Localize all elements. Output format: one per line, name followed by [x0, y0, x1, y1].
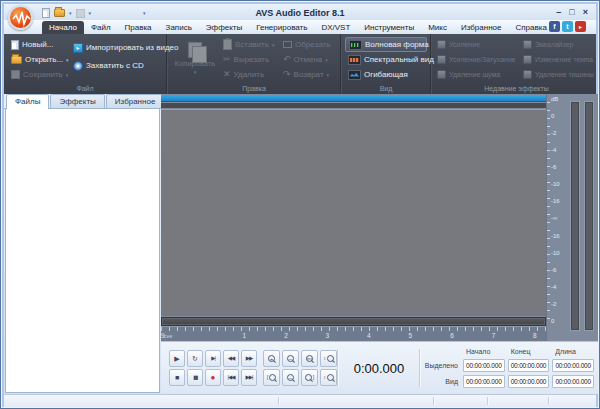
spectrum-icon	[348, 55, 361, 65]
view-length-field[interactable]: 00:00:00.000	[552, 375, 594, 388]
youtube-icon[interactable]: ►	[575, 21, 586, 32]
undo-icon: ↶	[283, 55, 291, 64]
row-view-label: Вид	[424, 378, 460, 385]
vertical-zoom-in-button[interactable]: ↕	[320, 350, 337, 367]
delete-icon: ✕	[223, 70, 231, 79]
loop-button[interactable]: ↻	[187, 350, 203, 367]
open-dropdown-icon[interactable]: ▾	[66, 57, 69, 63]
rewind-button[interactable]: ◀◀	[223, 350, 239, 367]
transport-panel: ▶ ↻ ▶| ◀◀ ▶▶ ■ ▮▮ ● |◀◀ ▶▶| + − ms ↕ [ −…	[161, 341, 598, 394]
zoom-full-button[interactable]: −	[282, 369, 299, 386]
menu-bar: Начало Файл Правка Запись Эффекты Генери…	[4, 20, 596, 34]
effect-silence-removal-button: Удаление тишины	[520, 67, 597, 82]
fast-forward-button[interactable]: ▶▶	[241, 350, 257, 367]
tab-spravka[interactable]: Справка	[508, 21, 553, 34]
ruler-tick: 7	[492, 332, 496, 339]
twitter-icon[interactable]: t	[562, 21, 573, 32]
ribbon-group-file: Новый... Открыть... ▾ Сохранить ▾ ▸ Импо…	[4, 34, 166, 94]
effect-tempo-button: Изменение темпа	[520, 52, 597, 67]
capture-from-cd-button[interactable]: Захватить с CD	[70, 58, 181, 73]
facebook-icon[interactable]: f	[549, 21, 560, 32]
close-button[interactable]: ×	[583, 7, 588, 17]
selected-length-field[interactable]: 00:00:00.000	[552, 359, 594, 372]
waveform-canvas[interactable]	[161, 109, 546, 316]
level-meter-right	[585, 102, 593, 330]
delete-button: ✕ Удалить	[220, 67, 277, 82]
status-bar	[4, 394, 596, 407]
new-file-icon	[11, 40, 19, 50]
waveform-column: сек 1 2 3 4 5 6 7 8 9	[161, 94, 546, 341]
left-panel-tabs: Файлы Эффекты Избранное	[4, 94, 161, 109]
undo-dropdown-icon: ▾	[325, 57, 328, 63]
tab-favorites[interactable]: Избранное	[106, 94, 165, 108]
tab-generirovat[interactable]: Генерировать	[249, 21, 314, 34]
files-list-panel[interactable]	[5, 109, 160, 393]
zoom-selection-end-button[interactable]: ]	[301, 369, 318, 386]
zoom-to-ms-button[interactable]: ms	[301, 350, 318, 367]
minimize-button[interactable]: –	[556, 7, 561, 17]
db-label: -4	[551, 147, 566, 153]
ruler-tick: 2	[284, 332, 288, 339]
ruler-tick: 8	[533, 332, 537, 339]
import-from-video-button[interactable]: ▸ Импортировать из видео	[70, 40, 181, 55]
app-logo-icon[interactable]	[8, 5, 33, 30]
go-to-end-button[interactable]: ▶▶|	[241, 369, 257, 386]
play-to-end-button[interactable]: ▶|	[205, 350, 221, 367]
tab-miks[interactable]: Микс	[421, 21, 454, 34]
stop-button[interactable]: ■	[169, 369, 185, 386]
record-button[interactable]: ●	[205, 369, 221, 386]
open-button[interactable]: Открыть... ▾	[8, 52, 72, 67]
ruler-unit-label: сек	[164, 333, 172, 339]
save-button: Сохранить ▾	[8, 67, 72, 82]
maximize-button[interactable]: □	[569, 7, 574, 17]
tab-nachalo[interactable]: Начало	[42, 21, 84, 34]
zoom-in-button[interactable]: +	[263, 350, 280, 367]
effect-equalizer-button: Эквалайзер	[520, 37, 597, 52]
time-ruler[interactable]: сек 1 2 3 4 5 6 7 8 9	[161, 326, 546, 341]
selected-start-field[interactable]: 00:00:00.000	[463, 359, 505, 372]
vertical-zoom-out-button[interactable]: ↕	[320, 369, 337, 386]
save-icon	[11, 70, 20, 79]
db-label: -10	[551, 181, 566, 187]
paste-dropdown-icon: ▾	[272, 42, 275, 48]
tab-effekty[interactable]: Эффекты	[199, 21, 249, 34]
import-video-icon: ▸	[73, 43, 83, 53]
envelope-view-button[interactable]: Огибающая	[345, 67, 427, 82]
open-folder-icon	[11, 56, 22, 64]
selected-end-field[interactable]: 00:00:00.000	[508, 359, 550, 372]
track-header-bar[interactable]	[161, 95, 546, 102]
marker-bar[interactable]	[161, 103, 546, 108]
copy-button: Копировать ▾	[174, 37, 216, 79]
zoom-out-button[interactable]: −	[282, 350, 299, 367]
tab-instrumenty[interactable]: Инструменты	[357, 21, 421, 34]
db-label: -16	[551, 233, 566, 239]
tab-pravka[interactable]: Правка	[118, 21, 159, 34]
db-tick-marks	[547, 102, 550, 323]
ruler-tick: 6	[450, 332, 454, 339]
equalizer-icon	[523, 40, 532, 49]
tab-files[interactable]: Файлы	[6, 94, 49, 109]
social-links: f t ►	[549, 21, 586, 32]
ribbon-group-edit: Копировать ▾ Вставить ▾ ✂ Вырезать ✕ Уда…	[168, 34, 340, 94]
zoom-selection-start-button[interactable]: [	[263, 369, 280, 386]
view-end-field[interactable]: 00:00:00.000	[508, 375, 550, 388]
go-to-start-button[interactable]: |◀◀	[223, 369, 239, 386]
tab-fail[interactable]: Файл	[84, 21, 118, 34]
tab-izbrannoe[interactable]: Избранное	[454, 21, 509, 34]
db-label: 0	[551, 318, 566, 324]
silence-removal-icon	[523, 70, 532, 79]
tab-effects[interactable]: Эффекты	[50, 94, 104, 108]
ribbon-group-effects: Усиление Усиление/Затухание Удаление шум…	[432, 34, 600, 94]
pause-button[interactable]: ▮▮	[187, 369, 203, 386]
spectral-view-button[interactable]: Спектральный вид	[345, 52, 427, 67]
waveform-view-button[interactable]: Волновая форма	[345, 37, 427, 52]
view-start-field[interactable]: 00:00:00.000	[463, 375, 505, 388]
db-label: -4	[551, 284, 566, 290]
tab-dxvst[interactable]: DX/VST	[314, 21, 357, 34]
horizontal-scrollbar[interactable]	[161, 317, 546, 326]
tab-zapis[interactable]: Запись	[159, 21, 199, 34]
play-button[interactable]: ▶	[169, 350, 185, 367]
scrollbar-thumb[interactable]	[162, 318, 545, 325]
group-label-file: Файл	[4, 85, 166, 92]
new-button[interactable]: Новый...	[8, 37, 72, 52]
